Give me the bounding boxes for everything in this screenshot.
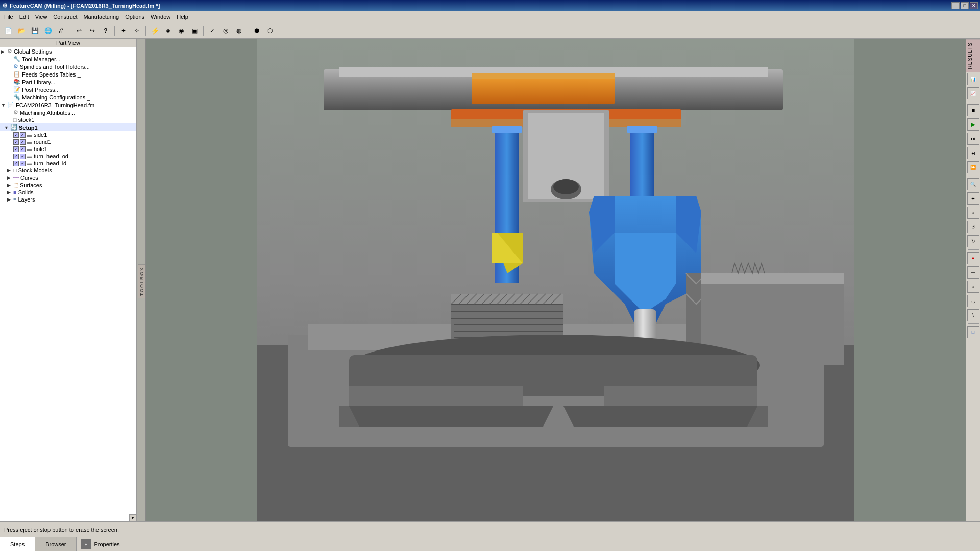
feeds-label: Feeds Speeds Tables _ bbox=[22, 71, 81, 78]
hole1-checkbox2[interactable]: ✓ bbox=[20, 146, 26, 152]
scroll-down-arrow[interactable]: ▼ bbox=[129, 514, 136, 521]
tool-btn-5[interactable]: ◉ bbox=[175, 24, 187, 37]
results-icon-line[interactable]: — bbox=[967, 266, 979, 279]
round1-checkbox[interactable]: ✓ bbox=[13, 139, 19, 145]
new-button[interactable]: 📄 bbox=[2, 24, 14, 37]
tree-node-global[interactable]: ▶ ⚙ Global Settings bbox=[0, 47, 136, 55]
turn-id-checkbox[interactable]: ✓ bbox=[13, 161, 19, 166]
toolbar-sep-4 bbox=[203, 26, 204, 36]
tree-node-turn-head-od[interactable]: ✓ ✓ ▬ turn_head_od bbox=[0, 153, 136, 160]
results-icon-red-dot[interactable]: ● bbox=[967, 252, 979, 264]
tree-node-setup1[interactable]: ▼ 🔄 Setup1 bbox=[0, 123, 136, 131]
tree-node-mach-config[interactable]: 🔩 Machining Configurations _ bbox=[0, 93, 136, 101]
tree-node-curves[interactable]: ▶ 〰 Curves bbox=[0, 174, 136, 181]
tree-node-stock1[interactable]: □ stock1 bbox=[0, 116, 136, 123]
tool-btn-1[interactable]: ✦ bbox=[117, 24, 130, 37]
tool-btn-2[interactable]: ✧ bbox=[131, 24, 143, 37]
steps-tab[interactable]: Steps bbox=[0, 537, 35, 551]
tree-node-postproc[interactable]: 📝 Post Process... bbox=[0, 86, 136, 93]
results-icon-ff[interactable]: ⏩ bbox=[967, 161, 979, 173]
print-button[interactable]: 🖨 bbox=[55, 24, 67, 37]
round1-checkbox2[interactable]: ✓ bbox=[20, 139, 26, 145]
menu-item-view[interactable]: View bbox=[32, 13, 51, 21]
right-panel: RESULTS 📊 📈 ⏹ ▶ ⏭ ⏮ ⏩ 🔍 + ○ ↺ ↻ ● — ○ ◡ … bbox=[966, 39, 980, 521]
maximize-button[interactable]: □ bbox=[961, 2, 969, 9]
tree-node-spindles[interactable]: ⚙ Spindles and Tool Holders... bbox=[0, 63, 136, 70]
results-icon-empty-circle[interactable]: ○ bbox=[967, 281, 979, 293]
side1-checkbox[interactable]: ✓ bbox=[13, 132, 19, 138]
results-icon-stop[interactable]: ⏹ bbox=[967, 104, 979, 116]
setup1-label: Setup1 bbox=[19, 124, 38, 131]
turn-od-checkbox2[interactable]: ✓ bbox=[20, 154, 26, 159]
browser-tab-label: Browser bbox=[45, 541, 66, 547]
hole1-checkbox[interactable]: ✓ bbox=[13, 146, 19, 152]
menu-item-help[interactable]: Help bbox=[174, 13, 191, 21]
tree-node-round1[interactable]: ✓ ✓ ▬ round1 bbox=[0, 138, 136, 145]
tool-btn-10[interactable]: ⬢ bbox=[251, 24, 263, 37]
menu-item-manufacturing[interactable]: Manufacturing bbox=[80, 13, 122, 21]
mach-attr-icon: ⚙ bbox=[13, 109, 18, 116]
tool-mgr-icon: 🔧 bbox=[13, 56, 20, 62]
toolbox-arrow[interactable]: ◀ bbox=[137, 278, 138, 284]
menu-item-window[interactable]: Window bbox=[148, 13, 174, 21]
turn-id-checkbox2[interactable]: ✓ bbox=[20, 161, 26, 166]
bottombar: Steps Browser P Properties bbox=[0, 537, 980, 551]
menu-item-construct[interactable]: Construct bbox=[50, 13, 80, 21]
tree-node-file[interactable]: ▼ 📄 FCAM2016R3_TurningHead.fm bbox=[0, 101, 136, 109]
window-title: FeatureCAM (Milling) - [FCAM2016R3_Turni… bbox=[10, 3, 160, 9]
tool-btn-4[interactable]: ◈ bbox=[162, 24, 174, 37]
save-button[interactable]: 💾 bbox=[29, 24, 41, 37]
side1-checkbox2[interactable]: ✓ bbox=[20, 132, 26, 138]
results-icon-square[interactable]: □ bbox=[967, 326, 979, 338]
tool-btn-11[interactable]: ⬡ bbox=[264, 24, 276, 37]
tree-node-tool-mgr[interactable]: 🔧 Tool Manager... bbox=[0, 55, 136, 63]
tree-node-hole1[interactable]: ✓ ✓ ▬ hole1 bbox=[0, 145, 136, 153]
results-icon-rotate2[interactable]: ↻ bbox=[967, 235, 979, 247]
turn-od-checkbox[interactable]: ✓ bbox=[13, 154, 19, 159]
results-icon-prev[interactable]: ⏮ bbox=[967, 147, 979, 159]
tree-node-feeds[interactable]: 📋 Feeds Speeds Tables _ bbox=[0, 70, 136, 78]
tree-node-stock-models[interactable]: ▶ □ Stock Models bbox=[0, 167, 136, 174]
minimize-button[interactable]: ─ bbox=[951, 2, 960, 9]
results-icon-diag[interactable]: \ bbox=[967, 309, 979, 321]
tool-btn-6[interactable]: ▣ bbox=[188, 24, 201, 37]
tool-btn-8[interactable]: ◎ bbox=[219, 24, 232, 37]
results-icon-2[interactable]: 📈 bbox=[967, 87, 979, 99]
partlib-icon: 📚 bbox=[13, 79, 20, 85]
results-icon-1[interactable]: 📊 bbox=[967, 73, 979, 85]
results-icon-circle[interactable]: ○ bbox=[967, 207, 979, 219]
results-icon-rotate[interactable]: ↺ bbox=[967, 221, 979, 233]
tool-btn-7[interactable]: ✓ bbox=[206, 24, 218, 37]
right-divider bbox=[968, 102, 979, 102]
tree-node-side1[interactable]: ✓ ✓ ▬ side1 bbox=[0, 131, 136, 138]
menu-item-options[interactable]: Options bbox=[122, 13, 148, 21]
results-icon-arc[interactable]: ◡ bbox=[967, 295, 979, 307]
tree-node-surfaces[interactable]: ▶ ⬚ Surfaces bbox=[0, 181, 136, 189]
right-divider-2 bbox=[968, 176, 979, 176]
curves-label: Curves bbox=[20, 174, 38, 181]
results-icon-play[interactable]: ▶ bbox=[967, 118, 979, 131]
tree-node-layers[interactable]: ▶ ≡ Layers bbox=[0, 196, 136, 203]
browser-tab[interactable]: Browser bbox=[35, 537, 77, 551]
part-view-label: Part View bbox=[0, 39, 136, 47]
undo-button[interactable]: ↩ bbox=[73, 24, 85, 37]
viewport[interactable] bbox=[146, 39, 966, 521]
results-icon-next[interactable]: ⏭ bbox=[967, 133, 979, 145]
menu-item-edit[interactable]: Edit bbox=[16, 13, 32, 21]
results-icon-plus[interactable]: + bbox=[967, 192, 979, 205]
stock-models-label: Stock Models bbox=[18, 167, 52, 173]
tool-btn-3[interactable]: ⚡ bbox=[149, 24, 161, 37]
tool-btn-9[interactable]: ◍ bbox=[233, 24, 245, 37]
help-button[interactable]: ? bbox=[100, 24, 112, 37]
tree-node-turn-head-id[interactable]: ✓ ✓ ▬ turn_head_id bbox=[0, 160, 136, 167]
close-button[interactable]: ✕ bbox=[970, 2, 978, 9]
results-icon-zoom[interactable]: 🔍 bbox=[967, 178, 979, 190]
web-button[interactable]: 🌐 bbox=[42, 24, 54, 37]
tree-node-mach-attr[interactable]: ⚙ Machining Attributes... bbox=[0, 109, 136, 116]
tree-node-partlib[interactable]: 📚 Part Library... bbox=[0, 78, 136, 86]
open-button[interactable]: 📂 bbox=[15, 24, 28, 37]
menu-item-file[interactable]: File bbox=[1, 13, 16, 21]
redo-button[interactable]: ↪ bbox=[86, 24, 99, 37]
round1-icon: ▬ bbox=[27, 139, 32, 145]
tree-node-solids[interactable]: ▶ ■ Solids bbox=[0, 189, 136, 196]
